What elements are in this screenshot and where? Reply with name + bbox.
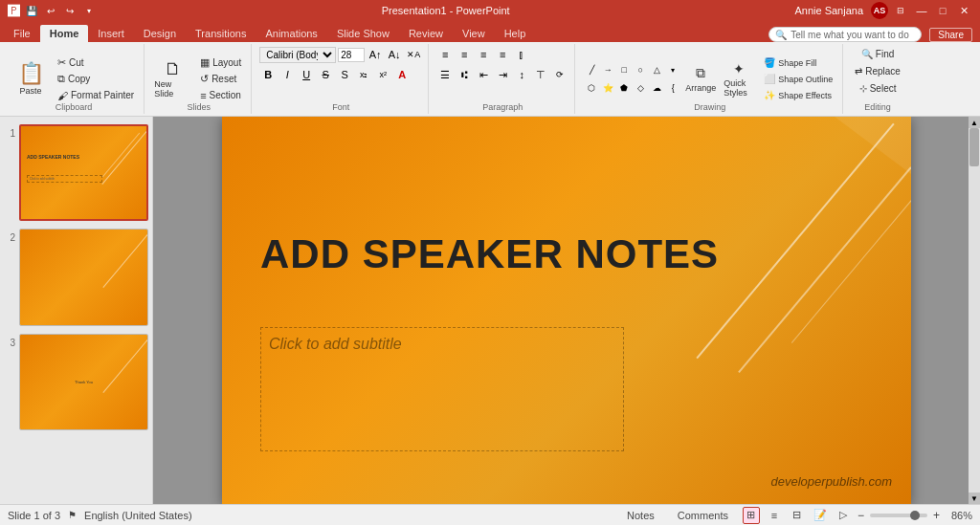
- zoom-minus-button[interactable]: −: [858, 509, 864, 522]
- shape4-icon[interactable]: ⬟: [615, 79, 633, 97]
- view-outline-icon[interactable]: ≡: [766, 507, 783, 524]
- numbering-button[interactable]: ⑆: [456, 66, 473, 83]
- align-left-button[interactable]: ≡: [436, 46, 454, 63]
- share-button[interactable]: Share: [929, 28, 972, 42]
- comments-button[interactable]: Comments: [669, 508, 737, 523]
- ribbon-toggle-button[interactable]: ⊟: [892, 2, 909, 19]
- scroll-up-arrow[interactable]: ▲: [969, 117, 980, 128]
- view-reading-icon[interactable]: ▷: [835, 507, 852, 524]
- shape-oval-icon[interactable]: ○: [632, 61, 649, 78]
- paste-button[interactable]: 📋 Paste: [10, 54, 52, 105]
- align-right-button[interactable]: ≡: [475, 46, 492, 63]
- slide-thumb-1[interactable]: ADD SPEAKER NOTES Click to add subtitle: [19, 124, 148, 221]
- accessibility-icon[interactable]: ⚑: [68, 510, 77, 520]
- align-center-button[interactable]: ≡: [456, 46, 473, 63]
- columns-button[interactable]: ⫿: [513, 46, 530, 63]
- scroll-thumb[interactable]: [969, 128, 979, 166]
- shape7-icon[interactable]: {: [664, 79, 681, 97]
- increase-indent-button[interactable]: ⇥: [494, 66, 511, 83]
- slide-subtitle-box[interactable]: Click to add subtitle: [260, 327, 624, 451]
- view-normal-icon[interactable]: ⊞: [743, 507, 760, 524]
- tab-view[interactable]: View: [453, 25, 495, 42]
- zoom-slider[interactable]: [870, 514, 927, 517]
- align-text-button[interactable]: ⊤: [532, 66, 549, 83]
- shadow-button[interactable]: S: [336, 66, 353, 83]
- close-button[interactable]: ✕: [955, 2, 972, 19]
- decrease-font-button[interactable]: A↓: [386, 46, 403, 63]
- convert-smartart-button[interactable]: ⟳: [551, 66, 568, 83]
- maximize-button[interactable]: □: [934, 2, 951, 19]
- layout-button[interactable]: ▦ Layout: [196, 55, 245, 71]
- quick-undo-icon[interactable]: ↩: [43, 3, 58, 18]
- replace-button[interactable]: ⇄ Replace: [851, 63, 904, 78]
- zoom-level[interactable]: 86%: [946, 510, 972, 521]
- scroll-track[interactable]: [969, 128, 980, 492]
- tab-transitions[interactable]: Transitions: [186, 25, 256, 42]
- shape-line-icon[interactable]: ╱: [583, 61, 600, 78]
- quick-save-icon[interactable]: 💾: [24, 3, 39, 18]
- slide-canvas[interactable]: ADD SPEAKER NOTES Click to add subtitle …: [222, 117, 911, 504]
- select-button[interactable]: ⊹ Select: [856, 80, 901, 96]
- section-icon: ≡: [200, 90, 206, 101]
- ribbon-right: 🔍 Tell me what you want to do Share: [768, 27, 980, 42]
- shape5-icon[interactable]: ◇: [632, 79, 649, 97]
- tab-insert[interactable]: Insert: [88, 25, 134, 42]
- slide-thumb-2[interactable]: [19, 229, 148, 325]
- font-family-select[interactable]: Calibri (Body): [259, 47, 336, 63]
- tab-home[interactable]: Home: [40, 25, 89, 42]
- slide-subtitle-placeholder: Click to add subtitle: [269, 336, 402, 353]
- shape3-icon[interactable]: ⭐: [599, 79, 616, 97]
- user-avatar[interactable]: AS: [871, 2, 888, 19]
- shape-rect-icon[interactable]: □: [615, 61, 633, 78]
- copy-button[interactable]: ⧉ Copy: [54, 72, 138, 87]
- tab-file[interactable]: File: [4, 25, 40, 42]
- cut-button[interactable]: ✂ Cut: [54, 55, 138, 71]
- shape2-icon[interactable]: ⬡: [583, 79, 600, 97]
- slide-thumb-3[interactable]: Thank You: [19, 334, 148, 430]
- shapes-more-icon[interactable]: ▾: [664, 61, 681, 78]
- quick-redo-icon[interactable]: ↪: [62, 3, 78, 18]
- tell-me-box[interactable]: 🔍 Tell me what you want to do: [768, 27, 922, 42]
- tab-help[interactable]: Help: [495, 25, 536, 42]
- zoom-plus-button[interactable]: +: [933, 509, 940, 522]
- bold-button[interactable]: B: [259, 66, 277, 83]
- tab-design[interactable]: Design: [134, 25, 186, 42]
- underline-button[interactable]: U: [298, 66, 315, 83]
- main-area: 1 ADD SPEAKER NOTES Click to add subtitl…: [0, 117, 980, 504]
- view-notes-icon[interactable]: 📝: [812, 507, 829, 524]
- view-slidesorter-icon[interactable]: ⊟: [789, 507, 806, 524]
- slide-title[interactable]: ADD SPEAKER NOTES: [260, 231, 719, 277]
- quick-styles-label: Quick Styles: [724, 78, 754, 98]
- shape-outline-button[interactable]: ⬜ Shape Outline: [760, 72, 836, 87]
- shape-fill-button[interactable]: 🪣 Shape Fill: [760, 55, 836, 71]
- superscript-button[interactable]: x²: [374, 66, 391, 83]
- quick-styles-button[interactable]: ✦ Quick Styles: [722, 54, 756, 105]
- minimize-button[interactable]: —: [913, 2, 930, 19]
- tab-slideshow[interactable]: Slide Show: [327, 25, 399, 42]
- reset-button[interactable]: ↺ Reset: [196, 72, 245, 87]
- new-slide-button[interactable]: 🗋 New Slide: [152, 54, 194, 105]
- scroll-down-arrow[interactable]: ▼: [969, 492, 980, 504]
- find-button[interactable]: 🔍 Find: [858, 46, 898, 61]
- arrange-button[interactable]: ⧉ Arrange: [683, 54, 718, 105]
- clear-format-button[interactable]: ✕A: [405, 46, 422, 63]
- shape6-icon[interactable]: ☁: [648, 79, 665, 97]
- notes-button[interactable]: Notes: [618, 508, 663, 523]
- tab-review[interactable]: Review: [399, 25, 453, 42]
- slide-info: Slide 1 of 3: [8, 510, 60, 521]
- increase-font-button[interactable]: A↑: [367, 46, 384, 63]
- shape-tri-icon[interactable]: △: [648, 61, 665, 78]
- subscript-button[interactable]: x₂: [355, 66, 372, 83]
- strikethrough-button[interactable]: S: [317, 66, 334, 83]
- decrease-indent-button[interactable]: ⇤: [475, 66, 492, 83]
- canvas-area[interactable]: ADD SPEAKER NOTES Click to add subtitle …: [153, 117, 980, 504]
- shape-arrow-icon[interactable]: →: [599, 61, 616, 78]
- text-direction-button[interactable]: ↕: [513, 66, 530, 83]
- font-size-input[interactable]: [338, 48, 365, 62]
- italic-button[interactable]: I: [278, 66, 296, 83]
- bullets-button[interactable]: ☰: [436, 66, 454, 83]
- justify-button[interactable]: ≡: [494, 46, 511, 63]
- tab-animations[interactable]: Animations: [256, 25, 326, 42]
- quick-customize-icon[interactable]: ▾: [81, 3, 97, 18]
- font-color-button[interactable]: A: [393, 66, 411, 83]
